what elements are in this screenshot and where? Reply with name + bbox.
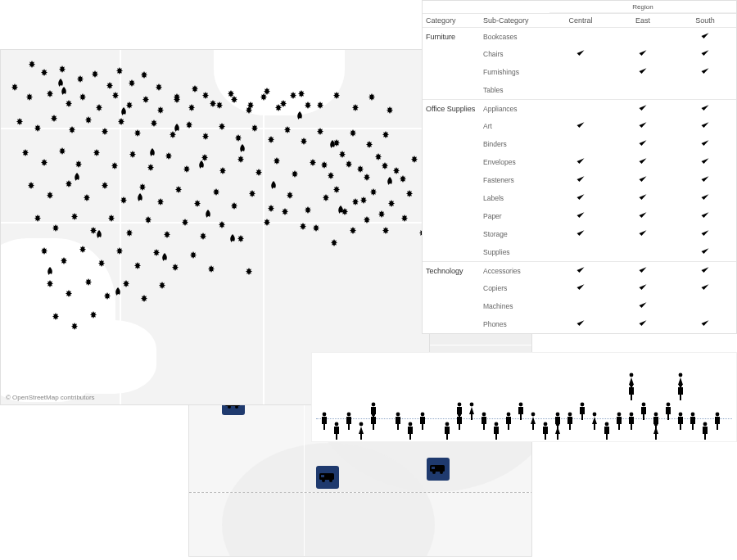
ems-star-icon[interactable] <box>150 119 158 127</box>
table-row[interactable]: Art <box>423 117 736 135</box>
table-row[interactable]: FurnitureBookcases <box>423 27 736 45</box>
fire-icon[interactable] <box>120 107 128 115</box>
ems-star-icon[interactable] <box>263 218 271 226</box>
male-icon[interactable] <box>418 412 427 430</box>
male-icon[interactable] <box>443 422 451 440</box>
fire-icon[interactable] <box>386 177 394 185</box>
ems-star-icon[interactable] <box>142 95 150 103</box>
ems-star-icon[interactable] <box>101 127 109 135</box>
ems-star-icon[interactable] <box>89 310 97 318</box>
ems-star-icon[interactable] <box>84 278 93 286</box>
male-icon[interactable] <box>676 382 685 400</box>
male-icon[interactable] <box>394 412 402 430</box>
ems-star-icon[interactable] <box>304 205 312 214</box>
male-icon[interactable] <box>541 422 549 440</box>
table-row[interactable]: Envelopes <box>423 153 736 171</box>
ems-star-icon[interactable] <box>359 196 368 204</box>
ems-star-icon[interactable] <box>381 161 389 169</box>
ems-star-icon[interactable] <box>255 168 263 176</box>
ems-star-icon[interactable] <box>351 197 359 205</box>
fire-icon[interactable] <box>337 205 345 214</box>
ems-star-icon[interactable] <box>70 322 79 330</box>
ems-star-icon[interactable] <box>111 91 120 99</box>
male-icon[interactable] <box>627 382 635 400</box>
table-row[interactable]: Copiers <box>423 279 736 297</box>
ems-star-icon[interactable] <box>65 99 73 107</box>
ems-star-icon[interactable] <box>46 279 54 287</box>
ems-star-icon[interactable] <box>40 158 48 166</box>
ems-star-icon[interactable] <box>188 103 196 111</box>
table-row[interactable]: Supplies <box>423 243 736 261</box>
ems-star-icon[interactable] <box>115 246 124 255</box>
ems-star-icon[interactable] <box>237 155 245 163</box>
table-row[interactable]: TechnologyAccessories <box>423 261 736 279</box>
male-icon[interactable] <box>455 402 463 420</box>
male-icon[interactable] <box>492 422 500 440</box>
ems-star-icon[interactable] <box>11 83 19 91</box>
ems-star-icon[interactable] <box>248 189 256 197</box>
male-icon[interactable] <box>701 422 709 440</box>
ems-star-icon[interactable] <box>304 101 312 109</box>
ems-star-icon[interactable] <box>387 199 396 207</box>
ems-star-icon[interactable] <box>382 130 390 138</box>
ems-star-icon[interactable] <box>351 103 359 111</box>
ems-star-icon[interactable] <box>207 264 215 273</box>
fire-icon[interactable] <box>328 140 337 148</box>
male-icon[interactable] <box>713 412 721 430</box>
col-region-1[interactable]: East <box>612 16 674 25</box>
ems-star-icon[interactable] <box>152 248 161 256</box>
ems-star-icon[interactable] <box>283 125 292 133</box>
ems-star-icon[interactable] <box>133 129 142 137</box>
ems-star-icon[interactable] <box>84 115 93 124</box>
table-row[interactable]: Paper <box>423 207 736 225</box>
ems-star-icon[interactable] <box>263 87 271 95</box>
male-icon[interactable] <box>578 402 586 420</box>
col-region-2[interactable]: South <box>674 16 736 25</box>
ems-star-icon[interactable] <box>107 214 115 222</box>
fire-icon[interactable] <box>57 79 65 87</box>
male-icon[interactable] <box>664 402 672 420</box>
fire-icon[interactable] <box>269 181 278 189</box>
ems-star-icon[interactable] <box>68 125 76 133</box>
female-icon[interactable] <box>468 402 476 420</box>
female-icon[interactable] <box>357 422 365 440</box>
ems-star-icon[interactable] <box>115 66 124 75</box>
col-region-0[interactable]: Central <box>549 16 612 25</box>
ems-star-icon[interactable] <box>181 218 189 226</box>
ems-star-icon[interactable] <box>97 259 106 267</box>
fire-icon[interactable] <box>60 87 68 95</box>
male-icon[interactable] <box>480 412 488 430</box>
ems-star-icon[interactable] <box>297 89 305 97</box>
male-icon[interactable] <box>320 412 328 430</box>
female-icon[interactable] <box>554 422 562 440</box>
ems-star-icon[interactable] <box>46 191 54 199</box>
ems-star-icon[interactable] <box>158 281 166 289</box>
ems-star-icon[interactable] <box>363 173 371 181</box>
ems-star-icon[interactable] <box>392 166 400 174</box>
ems-star-icon[interactable] <box>400 214 409 222</box>
ems-star-icon[interactable] <box>28 60 36 68</box>
male-icon[interactable] <box>689 412 697 430</box>
ems-star-icon[interactable] <box>267 204 275 212</box>
fire-icon[interactable] <box>204 210 212 218</box>
ems-star-icon[interactable] <box>128 79 136 87</box>
ems-star-icon[interactable] <box>129 150 137 158</box>
ems-star-icon[interactable] <box>185 120 193 129</box>
ems-star-icon[interactable] <box>25 93 34 101</box>
ems-star-icon[interactable] <box>173 95 181 103</box>
table-row[interactable]: Binders <box>423 135 736 153</box>
ems-star-icon[interactable] <box>117 117 125 125</box>
ems-star-icon[interactable] <box>273 156 281 165</box>
ems-star-icon[interactable] <box>125 228 133 237</box>
fire-icon[interactable] <box>228 234 237 242</box>
fire-icon[interactable] <box>161 253 169 261</box>
table-row[interactable]: Fasteners <box>423 171 736 189</box>
ems-star-icon[interactable] <box>399 174 407 183</box>
ems-star-icon[interactable] <box>312 224 320 232</box>
ems-star-icon[interactable] <box>316 101 324 109</box>
male-icon[interactable] <box>517 402 525 420</box>
ems-star-icon[interactable] <box>227 89 235 97</box>
ems-star-icon[interactable] <box>291 169 299 178</box>
ems-star-icon[interactable] <box>218 122 226 130</box>
male-icon[interactable] <box>627 412 635 430</box>
